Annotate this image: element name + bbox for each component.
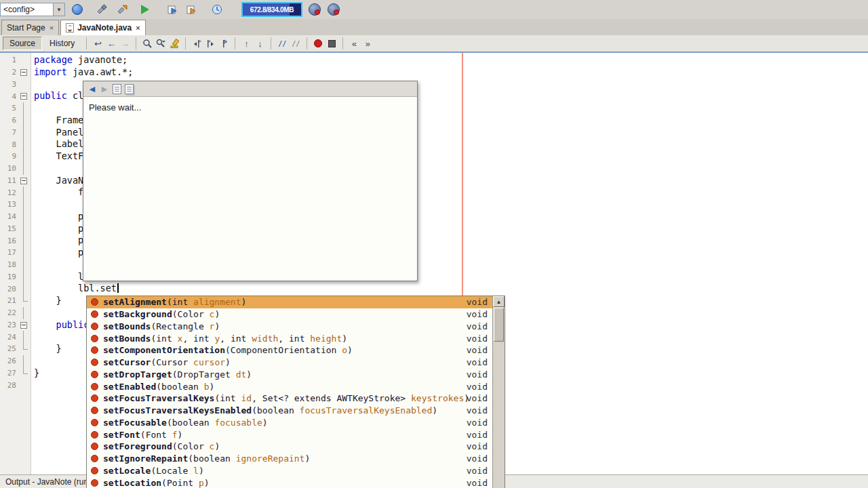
gutter-line[interactable]: 21 bbox=[0, 295, 31, 307]
completion-item[interactable]: setFocusable(boolean focusable)void bbox=[87, 417, 493, 429]
gutter-line[interactable]: 16 bbox=[0, 235, 31, 247]
gutter-line[interactable]: 9 bbox=[0, 150, 31, 163]
completion-item[interactable]: setLocation(Point p)void bbox=[87, 476, 493, 488]
clean-build-icon[interactable] bbox=[115, 3, 129, 16]
gutter-line[interactable]: 22 bbox=[0, 307, 31, 319]
tab-javanote-java[interactable]: JavaNote.java × bbox=[60, 20, 146, 35]
gutter-line[interactable]: 2 bbox=[0, 66, 31, 79]
gutter-line[interactable]: 13 bbox=[0, 199, 31, 211]
scrollbar-thumb[interactable] bbox=[494, 308, 504, 342]
last-edit-icon[interactable]: ↩ bbox=[91, 37, 104, 50]
run-project-icon[interactable] bbox=[138, 3, 152, 16]
fold-toggle-icon[interactable] bbox=[20, 322, 27, 329]
gutter-line[interactable]: 6 bbox=[0, 115, 31, 127]
prev-occurrence-icon[interactable]: ↑ bbox=[239, 37, 253, 50]
gutter-line[interactable]: 4 bbox=[0, 90, 31, 102]
tab-label: Start Page bbox=[7, 23, 45, 33]
find-next-icon[interactable] bbox=[154, 37, 167, 50]
completion-item[interactable]: setFocusTraversalKeys(int id, Set<? exte… bbox=[87, 392, 493, 405]
completion-item[interactable]: setFocusTraversalKeysEnabled(boolean foc… bbox=[87, 405, 493, 417]
prev-bookmark-icon[interactable] bbox=[190, 37, 203, 50]
gutter-line[interactable]: 1 bbox=[0, 54, 31, 66]
forward-icon[interactable]: ▶ bbox=[98, 83, 111, 95]
record-badge-icon-1[interactable] bbox=[308, 3, 321, 16]
gutter-line[interactable]: 14 bbox=[0, 211, 31, 223]
completion-item[interactable]: setEnabled(boolean b)void bbox=[87, 380, 493, 392]
gutter-line[interactable]: 24 bbox=[0, 331, 31, 343]
highlight-icon[interactable] bbox=[167, 37, 181, 50]
comment-icon[interactable]: // bbox=[275, 37, 289, 50]
line-number: 4 bbox=[0, 92, 18, 101]
gutter-line[interactable]: 11 bbox=[0, 175, 31, 187]
gutter-line[interactable]: 12 bbox=[0, 186, 31, 199]
forward-icon[interactable]: → bbox=[118, 37, 132, 50]
completion-item[interactable]: setBounds(int x, int y, int width, int h… bbox=[87, 332, 493, 344]
completion-item[interactable]: setBackground(Color c)void bbox=[87, 308, 493, 321]
close-icon[interactable]: × bbox=[50, 24, 54, 31]
completion-item[interactable]: setBounds(Rectangle r)void bbox=[87, 321, 493, 333]
completion-item[interactable]: setFont(Font f)void bbox=[87, 428, 493, 441]
profile-project-icon[interactable] bbox=[184, 3, 198, 16]
return-type: void bbox=[467, 466, 488, 476]
code-line[interactable]: import java.awt.*; bbox=[32, 66, 868, 79]
globe-icon[interactable] bbox=[71, 3, 84, 16]
shift-right-icon[interactable]: » bbox=[361, 37, 374, 50]
completion-list[interactable]: setAlignment(int alignment)voidsetBackgr… bbox=[87, 296, 493, 488]
back-icon[interactable]: ← bbox=[104, 37, 118, 50]
memory-meter[interactable]: 672.8/834.0MB bbox=[241, 2, 302, 17]
memory-text: 672.8/834.0MB bbox=[250, 6, 294, 14]
copy-icon[interactable] bbox=[123, 83, 135, 95]
gutter-line[interactable]: 7 bbox=[0, 127, 31, 139]
fold-toggle-icon[interactable] bbox=[20, 93, 27, 100]
completion-item[interactable]: setLocale(Locale l)void bbox=[87, 465, 493, 477]
uncomment-icon[interactable]: // bbox=[289, 37, 302, 50]
completion-item[interactable]: setCursor(Cursor cursor)void bbox=[87, 357, 493, 369]
completion-item[interactable]: setComponentOrientation(ComponentOrienta… bbox=[87, 344, 493, 357]
tab-start-page[interactable]: Start Page × bbox=[1, 20, 59, 35]
record-badge-icon-2[interactable] bbox=[327, 3, 340, 16]
chevron-down-icon[interactable]: ▾ bbox=[53, 3, 64, 16]
gutter-line[interactable]: 25 bbox=[0, 343, 31, 355]
show-in-browser-icon[interactable] bbox=[111, 83, 123, 95]
debug-project-icon[interactable] bbox=[165, 3, 179, 16]
gutter-line[interactable]: 5 bbox=[0, 102, 31, 115]
completion-item[interactable]: setForeground(Color c)void bbox=[87, 441, 493, 453]
history-view-button[interactable]: History bbox=[43, 37, 81, 49]
run-config-select[interactable]: <config> ▾ bbox=[0, 3, 65, 16]
scroll-up-icon[interactable]: ▲ bbox=[493, 296, 505, 307]
close-icon[interactable]: × bbox=[136, 24, 140, 31]
next-occurrence-icon[interactable]: ↓ bbox=[253, 37, 267, 50]
gutter-line[interactable]: 19 bbox=[0, 271, 31, 283]
code-line[interactable]: package javanote; bbox=[32, 54, 868, 66]
back-icon[interactable]: ◀ bbox=[86, 83, 98, 95]
next-bookmark-icon[interactable] bbox=[203, 37, 217, 50]
gutter-line[interactable]: 20 bbox=[0, 283, 31, 295]
code-line[interactable]: lbl.set bbox=[32, 283, 868, 295]
completion-item[interactable]: setAlignment(int alignment)void bbox=[87, 296, 493, 308]
find-selection-icon[interactable] bbox=[140, 37, 154, 50]
fold-toggle-icon[interactable] bbox=[20, 69, 27, 76]
stop-macro-icon[interactable] bbox=[325, 37, 338, 50]
completion-scrollbar[interactable]: ▲ bbox=[492, 296, 505, 488]
gutter-line[interactable]: 18 bbox=[0, 259, 31, 271]
gutter-line[interactable]: 23 bbox=[0, 319, 31, 331]
fold-guide bbox=[23, 150, 24, 163]
shift-left-icon[interactable]: « bbox=[347, 37, 361, 50]
gutter-line[interactable]: 3 bbox=[0, 79, 31, 91]
gutter-line[interactable]: 28 bbox=[0, 379, 31, 391]
completion-item[interactable]: setDropTarget(DropTarget dt)void bbox=[87, 369, 493, 381]
gutter-line[interactable]: 8 bbox=[0, 138, 31, 150]
completion-item[interactable]: setIgnoreRepaint(boolean ignoreRepaint)v… bbox=[87, 453, 493, 465]
gutter-line[interactable]: 26 bbox=[0, 355, 31, 367]
gutter-line[interactable]: 10 bbox=[0, 163, 31, 175]
record-macro-icon[interactable] bbox=[311, 37, 325, 50]
clock-icon[interactable] bbox=[210, 3, 224, 16]
java-file-icon bbox=[66, 23, 74, 33]
toggle-bookmark-icon[interactable] bbox=[217, 37, 231, 50]
gutter-line[interactable]: 27 bbox=[0, 367, 31, 380]
gutter-line[interactable]: 15 bbox=[0, 223, 31, 235]
build-project-icon[interactable] bbox=[95, 3, 108, 16]
source-view-button[interactable]: Source bbox=[3, 37, 42, 50]
gutter-line[interactable]: 17 bbox=[0, 247, 31, 259]
fold-toggle-icon[interactable] bbox=[20, 178, 27, 184]
